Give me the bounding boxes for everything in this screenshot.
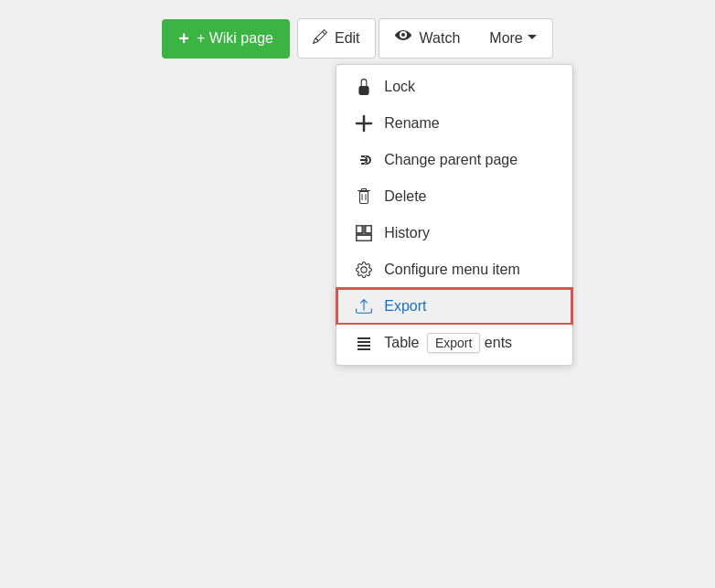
configure-label: Configure menu item [384,262,554,278]
plus-icon: + [178,28,189,49]
rename-icon [355,114,373,133]
lock-icon [355,78,373,96]
edit-icon [313,29,327,48]
wiki-page-label: + Wiki page [197,30,273,47]
menu-item-lock[interactable]: Lock [336,69,572,105]
more-button[interactable]: More [475,18,552,59]
history-icon [355,224,373,242]
watch-icon [394,27,412,49]
watch-more-group: Watch More [379,18,553,59]
menu-item-export[interactable]: Export [336,288,572,325]
change-parent-label: Change parent page [384,152,554,168]
watch-label: Watch [420,30,461,47]
edit-button[interactable]: Edit [297,18,376,59]
watch-button[interactable]: Watch [379,18,475,59]
configure-icon [355,261,373,279]
more-label: More [489,30,522,47]
menu-item-table[interactable]: Table Export ents [336,325,572,361]
export-badge: Export [427,333,480,353]
lock-label: Lock [384,79,554,95]
edit-label: Edit [335,30,360,47]
table-icon [355,334,373,352]
delete-label: Delete [384,188,554,205]
history-label: History [384,225,554,241]
export-icon [355,297,373,315]
rename-label: Rename [384,115,554,132]
wiki-page-button[interactable]: + + Wiki page [162,19,290,59]
menu-item-delete[interactable]: Delete [336,178,572,215]
menu-item-rename[interactable]: Rename [336,105,572,142]
table-label: Table Export ents [384,335,554,351]
chevron-down-icon [527,30,538,47]
chain-icon [355,151,373,169]
toolbar: + + Wiki page Edit Watch More [162,18,553,59]
menu-item-configure[interactable]: Configure menu item [336,251,572,288]
dropdown-menu: Lock Rename Change parent page [336,64,573,366]
menu-item-change-parent[interactable]: Change parent page [336,142,572,178]
delete-icon [355,187,373,206]
menu-item-history[interactable]: History [336,215,572,251]
export-label: Export [384,298,554,315]
